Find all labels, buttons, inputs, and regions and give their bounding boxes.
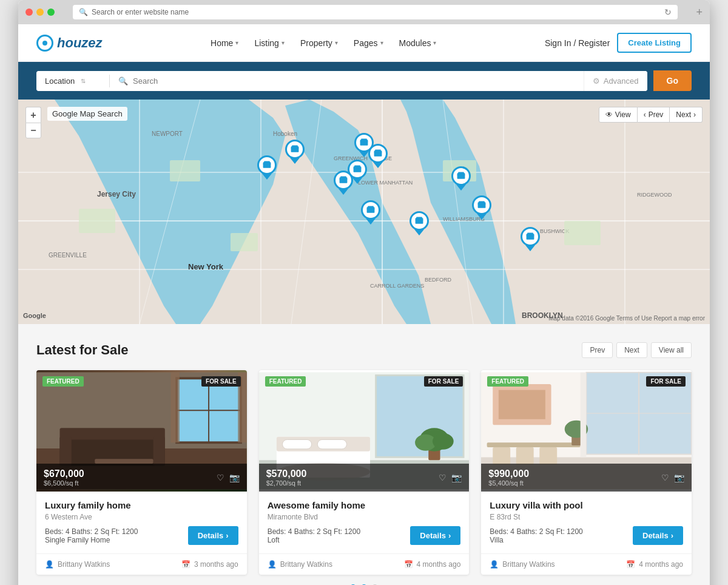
nav-item-modules[interactable]: Modules ▾	[393, 35, 443, 52]
listing-details-row-3: Beds: 4 Baths: 2 Sq Ft: 1200 Villa Detai…	[490, 526, 683, 545]
browser-url-bar[interactable]: 🔍 Search or enter website name ↻	[73, 5, 678, 19]
listing-body-1: Luxury family home 6 Western Ave Beds: 4…	[36, 492, 247, 553]
listing-card-2: FEATURED FOR SALE $570,000 $2,700/sq ft …	[259, 370, 470, 575]
map-next-button[interactable]: Next ›	[670, 107, 703, 123]
new-tab-icon[interactable]: +	[696, 6, 703, 19]
map-prev-button[interactable]: ‹ Prev	[638, 107, 670, 123]
heart-icon[interactable]: ♡	[661, 473, 669, 482]
sign-in-link[interactable]: Sign In / Register	[545, 38, 610, 48]
map-pin-9[interactable]	[521, 227, 540, 250]
listing-title-1: Luxury family home	[45, 500, 238, 510]
listing-type-1: Single Family Home	[45, 536, 138, 544]
agent-info-3: 👤 Brittany Watkins	[490, 560, 554, 569]
map-pin-10[interactable]	[472, 195, 491, 218]
nav-item-pages[interactable]: Pages ▾	[348, 35, 389, 52]
map-view-button[interactable]: 👁 View	[599, 107, 638, 123]
price-per-3: $5,400/sq ft	[488, 479, 529, 487]
map-zoom-out-button[interactable]: −	[25, 123, 41, 138]
listing-type-3: Villa	[490, 536, 582, 544]
heart-icon[interactable]: ♡	[439, 473, 447, 482]
browser-chrome: 🔍 Search or enter website name ↻ +	[18, 0, 710, 24]
search-input[interactable]	[133, 76, 575, 86]
location-select[interactable]: Location ⇅	[36, 71, 109, 91]
svg-point-89	[433, 433, 454, 450]
listings-title: Latest for Sale	[36, 342, 129, 358]
camera-icon[interactable]: 📷	[229, 473, 240, 482]
listing-image-1: FEATURED FOR SALE $670,000 $6,500/sq ft …	[36, 370, 247, 492]
listing-details-row-2: Beds: 4 Baths: 2 Sq Ft: 1200 Loft Detail…	[268, 526, 461, 545]
svg-rect-25	[79, 209, 115, 233]
create-listing-button[interactable]: Create Listing	[617, 33, 692, 53]
featured-badge-3: FEATURED	[487, 376, 528, 387]
browser-dots	[25, 8, 55, 16]
svg-rect-31	[265, 161, 271, 163]
listing-image-2: FEATURED FOR SALE $570,000 $2,700/sq ft …	[259, 370, 470, 492]
camera-icon[interactable]: 📷	[674, 473, 684, 482]
details-button-2[interactable]: Details ›	[410, 526, 460, 545]
listings-section: Latest for Sale Prev Next View all	[18, 324, 710, 585]
camera-icon[interactable]: 📷	[451, 473, 462, 482]
listing-card-1: FEATURED FOR SALE $670,000 $6,500/sq ft …	[36, 370, 247, 575]
svg-rect-37	[361, 138, 367, 140]
logo[interactable]: houzez	[36, 35, 103, 52]
map-nav: 👁 View ‹ Prev Next ›	[599, 107, 703, 123]
main-nav: Home ▾ Listing ▾ Property ▾ Pages ▾ Modu…	[204, 35, 442, 52]
price-box-2: $570,000 $2,700/sq ft ♡ 📷	[259, 464, 470, 492]
map-pin-8[interactable]	[410, 211, 429, 234]
map-pin-4[interactable]	[368, 144, 388, 167]
price-actions-2: ♡ 📷	[439, 473, 462, 482]
map-pin-11[interactable]	[451, 166, 471, 189]
svg-text:NEWPORT: NEWPORT	[152, 130, 183, 137]
calendar-icon: 📅	[181, 560, 190, 569]
refresh-icon[interactable]: ↻	[664, 7, 672, 17]
details-button-3[interactable]: Details ›	[633, 526, 683, 545]
person-icon: 👤	[45, 560, 54, 569]
time-info-1: 📅 3 months ago	[181, 560, 238, 569]
svg-text:CARROLL GARDENS: CARROLL GARDENS	[370, 283, 424, 289]
listings-next-button[interactable]: Next	[616, 342, 647, 358]
map-pin-6[interactable]	[334, 171, 353, 194]
price-per-1: $6,500/sq ft	[44, 479, 84, 487]
agent-info-1: 👤 Brittany Watkins	[45, 560, 110, 569]
svg-rect-29	[564, 221, 601, 245]
listing-body-2: Awesome family home Miramonte Blvd Beds:…	[259, 492, 470, 553]
price-2: $570,000	[266, 468, 307, 479]
nav-item-home[interactable]: Home ▾	[204, 35, 244, 52]
agent-name-2: Brittany Watkins	[280, 560, 332, 569]
listing-title-3: Luxury villa with pool	[490, 500, 683, 510]
price-1: $670,000	[44, 468, 84, 479]
svg-rect-71	[60, 428, 165, 439]
listing-footer-2: 👤 Brittany Watkins 📅 4 months ago	[259, 553, 470, 575]
minimize-dot[interactable]	[36, 8, 44, 16]
advanced-wrap[interactable]: ⚙ Advanced	[584, 71, 647, 91]
svg-rect-98	[487, 442, 581, 447]
nav-item-listing[interactable]: Listing ▾	[248, 35, 290, 52]
nav-item-property[interactable]: Property ▾	[294, 35, 344, 52]
close-dot[interactable]	[25, 8, 33, 16]
svg-rect-85	[317, 439, 346, 448]
heart-icon[interactable]: ♡	[217, 473, 224, 482]
listings-prev-button[interactable]: Prev	[582, 342, 613, 358]
map-label: Google Map Search	[47, 107, 127, 121]
svg-rect-103	[499, 390, 545, 419]
map-pin-7[interactable]	[361, 200, 380, 223]
price-actions-1: ♡ 📷	[217, 473, 240, 482]
svg-rect-106	[581, 373, 587, 458]
price-3: $990,000	[488, 468, 529, 479]
listing-address-3: E 83rd St	[490, 513, 683, 521]
person-icon: 👤	[268, 560, 277, 569]
sale-badge-2: FOR SALE	[424, 376, 463, 387]
maximize-dot[interactable]	[47, 8, 55, 16]
go-button[interactable]: Go	[653, 70, 692, 91]
details-button-1[interactable]: Details ›	[188, 526, 238, 545]
map-pin-1[interactable]	[257, 155, 277, 178]
google-logo: Google	[23, 312, 46, 319]
listing-body-3: Luxury villa with pool E 83rd St Beds: 4…	[481, 492, 692, 553]
listings-view-all-button[interactable]: View all	[651, 342, 692, 358]
svg-rect-40	[375, 150, 381, 152]
svg-rect-46	[340, 177, 346, 178]
svg-rect-61	[458, 172, 464, 174]
map-pin-2[interactable]	[285, 140, 305, 163]
eye-icon: 👁	[605, 110, 613, 119]
map-zoom-in-button[interactable]: +	[25, 107, 41, 123]
